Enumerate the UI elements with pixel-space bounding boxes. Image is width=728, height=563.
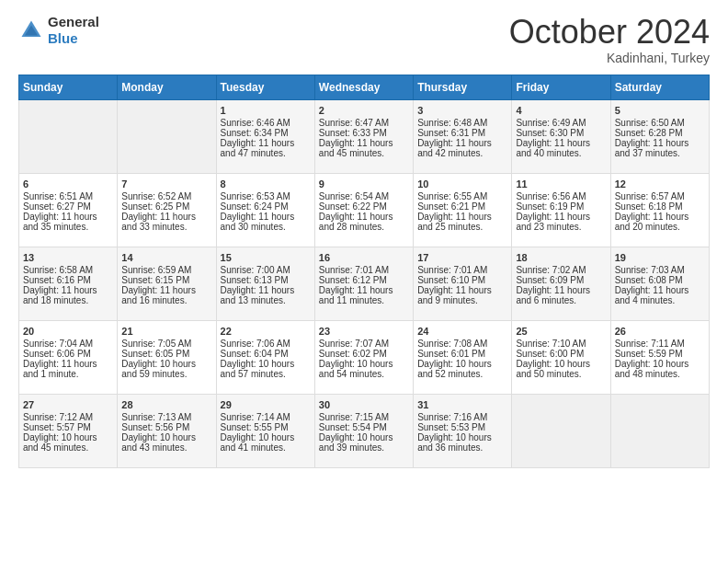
day-number: 30 xyxy=(319,399,409,410)
logo: General Blue xyxy=(18,14,99,47)
day-number: 14 xyxy=(121,252,211,263)
calendar-cell: 13Sunrise: 6:58 AMSunset: 6:16 PMDayligh… xyxy=(19,247,118,320)
day-number: 29 xyxy=(221,399,311,410)
calendar-cell: 24Sunrise: 7:08 AMSunset: 6:01 PMDayligh… xyxy=(414,320,512,394)
daylight-text: Daylight: 11 hours and 23 minutes. xyxy=(516,212,606,232)
sunset-text: Sunset: 6:09 PM xyxy=(516,275,606,285)
daylight-text: Daylight: 10 hours and 50 minutes. xyxy=(516,359,606,379)
calendar-cell: 9Sunrise: 6:54 AMSunset: 6:22 PMDaylight… xyxy=(314,173,413,247)
calendar-cell: 20Sunrise: 7:04 AMSunset: 6:06 PMDayligh… xyxy=(19,320,118,394)
sunrise-text: Sunrise: 6:59 AM xyxy=(121,265,211,275)
day-number: 24 xyxy=(417,326,507,337)
day-number: 3 xyxy=(417,105,507,116)
sunset-text: Sunset: 6:06 PM xyxy=(23,349,113,359)
calendar-cell xyxy=(512,394,610,467)
day-number: 4 xyxy=(516,105,606,116)
day-number: 21 xyxy=(121,326,211,337)
sunrise-text: Sunrise: 6:54 AM xyxy=(319,191,409,201)
week-row-4: 27Sunrise: 7:12 AMSunset: 5:57 PMDayligh… xyxy=(19,394,710,467)
title-block: October 2024 Kadinhani, Turkey xyxy=(509,14,710,65)
sunrise-text: Sunrise: 6:56 AM xyxy=(516,191,606,201)
sunrise-text: Sunrise: 7:01 AM xyxy=(417,265,507,275)
daylight-text: Daylight: 10 hours and 48 minutes. xyxy=(615,359,705,379)
sunrise-text: Sunrise: 7:13 AM xyxy=(121,412,211,422)
day-number: 19 xyxy=(615,252,705,263)
daylight-text: Daylight: 10 hours and 57 minutes. xyxy=(221,359,311,379)
sunset-text: Sunset: 6:12 PM xyxy=(319,275,409,285)
sunrise-text: Sunrise: 6:55 AM xyxy=(417,191,507,201)
calendar-cell: 31Sunrise: 7:16 AMSunset: 5:53 PMDayligh… xyxy=(414,394,512,467)
calendar-cell: 29Sunrise: 7:14 AMSunset: 5:55 PMDayligh… xyxy=(216,394,314,467)
calendar-cell: 22Sunrise: 7:06 AMSunset: 6:04 PMDayligh… xyxy=(216,320,314,394)
day-number: 26 xyxy=(615,326,705,337)
calendar-cell: 2Sunrise: 6:47 AMSunset: 6:33 PMDaylight… xyxy=(314,99,413,173)
day-number: 31 xyxy=(417,399,507,410)
daylight-text: Daylight: 10 hours and 45 minutes. xyxy=(23,432,113,453)
day-number: 17 xyxy=(417,252,507,263)
sunrise-text: Sunrise: 6:48 AM xyxy=(417,118,507,128)
sunrise-text: Sunrise: 7:12 AM xyxy=(23,412,113,422)
sunrise-text: Sunrise: 7:15 AM xyxy=(319,412,409,422)
sunset-text: Sunset: 6:30 PM xyxy=(516,128,606,138)
month-title: October 2024 xyxy=(509,14,710,51)
sunrise-text: Sunrise: 7:05 AM xyxy=(121,339,211,349)
day-number: 18 xyxy=(516,252,606,263)
sunrise-text: Sunrise: 6:52 AM xyxy=(121,191,211,201)
sunrise-text: Sunrise: 7:11 AM xyxy=(615,339,705,349)
day-number: 28 xyxy=(121,399,211,410)
weekday-header-friday: Friday xyxy=(512,75,610,99)
calendar-cell: 19Sunrise: 7:03 AMSunset: 6:08 PMDayligh… xyxy=(610,247,709,320)
sunset-text: Sunset: 6:01 PM xyxy=(417,349,507,359)
calendar-cell: 18Sunrise: 7:02 AMSunset: 6:09 PMDayligh… xyxy=(512,247,610,320)
daylight-text: Daylight: 11 hours and 16 minutes. xyxy=(121,285,211,305)
daylight-text: Daylight: 10 hours and 41 minutes. xyxy=(221,432,311,453)
sunrise-text: Sunrise: 6:49 AM xyxy=(516,118,606,128)
day-number: 9 xyxy=(319,178,409,190)
sunrise-text: Sunrise: 7:14 AM xyxy=(221,412,311,422)
day-number: 25 xyxy=(516,326,606,337)
daylight-text: Daylight: 11 hours and 9 minutes. xyxy=(417,285,507,305)
weekday-header-thursday: Thursday xyxy=(414,75,512,99)
daylight-text: Daylight: 11 hours and 18 minutes. xyxy=(23,285,113,305)
sunrise-text: Sunrise: 6:50 AM xyxy=(615,118,705,128)
calendar-cell: 8Sunrise: 6:53 AMSunset: 6:24 PMDaylight… xyxy=(216,173,314,247)
calendar-table: SundayMondayTuesdayWednesdayThursdayFrid… xyxy=(18,75,710,468)
sunset-text: Sunset: 6:27 PM xyxy=(23,201,113,212)
sunset-text: Sunset: 6:04 PM xyxy=(221,349,311,359)
sunset-text: Sunset: 6:16 PM xyxy=(23,275,113,285)
sunset-text: Sunset: 5:57 PM xyxy=(23,422,113,432)
weekday-header-wednesday: Wednesday xyxy=(314,75,413,99)
sunset-text: Sunset: 5:56 PM xyxy=(121,422,211,432)
sunset-text: Sunset: 6:00 PM xyxy=(516,349,606,359)
calendar-cell: 21Sunrise: 7:05 AMSunset: 6:05 PMDayligh… xyxy=(118,320,216,394)
day-number: 2 xyxy=(319,105,409,116)
logo-text: General Blue xyxy=(48,14,99,47)
sunrise-text: Sunrise: 6:57 AM xyxy=(615,191,705,201)
day-number: 22 xyxy=(221,326,311,337)
weekday-header-saturday: Saturday xyxy=(610,75,709,99)
day-number: 7 xyxy=(121,178,211,190)
sunset-text: Sunset: 5:59 PM xyxy=(615,349,705,359)
daylight-text: Daylight: 11 hours and 20 minutes. xyxy=(615,212,705,232)
calendar-cell: 14Sunrise: 6:59 AMSunset: 6:15 PMDayligh… xyxy=(118,247,216,320)
week-row-2: 13Sunrise: 6:58 AMSunset: 6:16 PMDayligh… xyxy=(19,247,710,320)
sunset-text: Sunset: 6:28 PM xyxy=(615,128,705,138)
calendar-cell: 28Sunrise: 7:13 AMSunset: 5:56 PMDayligh… xyxy=(118,394,216,467)
sunrise-text: Sunrise: 7:08 AM xyxy=(417,339,507,349)
calendar-cell: 15Sunrise: 7:00 AMSunset: 6:13 PMDayligh… xyxy=(216,247,314,320)
sunrise-text: Sunrise: 6:47 AM xyxy=(319,118,409,128)
calendar-cell: 11Sunrise: 6:56 AMSunset: 6:19 PMDayligh… xyxy=(512,173,610,247)
calendar-cell xyxy=(118,99,216,173)
day-number: 1 xyxy=(221,105,311,116)
daylight-text: Daylight: 10 hours and 59 minutes. xyxy=(121,359,211,379)
week-row-1: 6Sunrise: 6:51 AMSunset: 6:27 PMDaylight… xyxy=(19,173,710,247)
calendar-cell: 3Sunrise: 6:48 AMSunset: 6:31 PMDaylight… xyxy=(414,99,512,173)
daylight-text: Daylight: 10 hours and 54 minutes. xyxy=(319,359,409,379)
sunset-text: Sunset: 5:54 PM xyxy=(319,422,409,432)
calendar-cell: 6Sunrise: 6:51 AMSunset: 6:27 PMDaylight… xyxy=(19,173,118,247)
sunset-text: Sunset: 6:10 PM xyxy=(417,275,507,285)
sunset-text: Sunset: 6:18 PM xyxy=(615,201,705,212)
sunset-text: Sunset: 6:08 PM xyxy=(615,275,705,285)
sunset-text: Sunset: 6:24 PM xyxy=(221,201,311,212)
daylight-text: Daylight: 11 hours and 4 minutes. xyxy=(615,285,705,305)
